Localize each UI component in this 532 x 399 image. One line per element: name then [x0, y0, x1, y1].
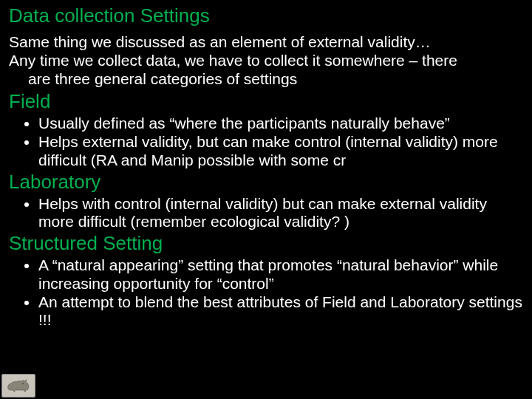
intro-text: Same thing we discussed as an element of… [9, 33, 523, 88]
list-item: An attempt to blend the best attributes … [38, 293, 523, 330]
svg-point-0 [22, 383, 24, 384]
intro-line-2a: Any time we collect data, we have to col… [9, 52, 457, 69]
rhino-icon [1, 374, 35, 398]
bullet-list-field: Usually defined as “where the participan… [9, 115, 523, 169]
bullet-list-laboratory: Helps with control (internal validity) b… [9, 195, 523, 232]
slide-title: Data collection Settings [9, 4, 523, 27]
list-item: Usually defined as “where the participan… [38, 115, 523, 133]
intro-line-1: Same thing we discussed as an element of… [9, 33, 431, 50]
list-item: Helps with control (internal validity) b… [38, 195, 523, 232]
intro-line-2b: are three general categories of settings [9, 70, 523, 89]
section-heading-laboratory: Laboratory [9, 171, 523, 194]
section-heading-structured: Structured Setting [9, 233, 523, 255]
bullet-list-structured: A “natural appearing” setting that promo… [9, 256, 523, 330]
list-item: A “natural appearing” setting that promo… [38, 256, 523, 293]
list-item: Helps external validity, but can make co… [38, 133, 523, 170]
slide: Data collection Settings Same thing we d… [0, 0, 532, 399]
section-heading-field: Field [9, 91, 523, 113]
